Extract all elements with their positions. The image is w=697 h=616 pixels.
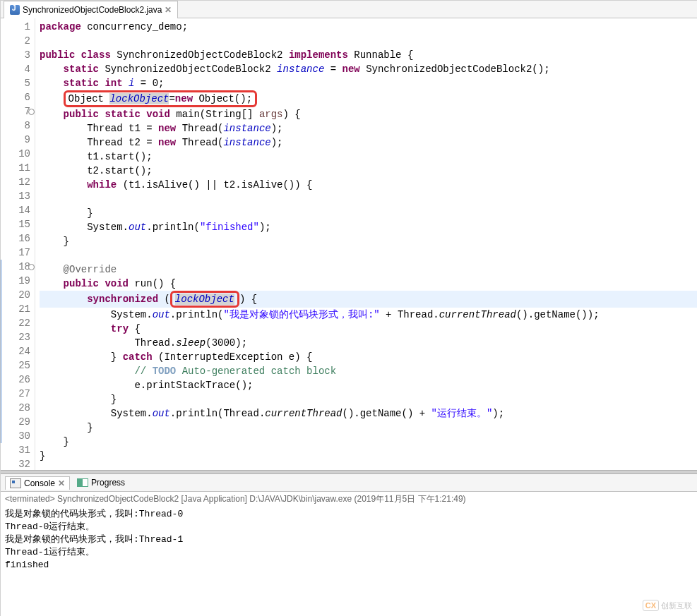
code-line[interactable]: Thread t2 = new Thread(instance); xyxy=(40,135,697,150)
code-line[interactable]: t2.start(); xyxy=(40,164,697,178)
line-number: 16 xyxy=(1,231,30,246)
code-line[interactable]: t1.start(); xyxy=(40,150,697,164)
code-line[interactable]: } xyxy=(40,421,697,435)
line-number: 6 xyxy=(1,90,30,104)
code-line[interactable]: Object lockObject=new Object(); xyxy=(40,90,697,107)
code-line[interactable]: } xyxy=(40,435,697,449)
code-line[interactable]: Thread.sleep(3000); xyxy=(40,336,697,350)
line-number: 15 xyxy=(1,217,30,231)
code-line[interactable]: public static void main(String[] args) { xyxy=(40,107,697,121)
line-number: 7 xyxy=(1,104,30,119)
line-number: 25 xyxy=(1,358,30,373)
line-number: 11 xyxy=(1,161,30,175)
line-number: 20 xyxy=(1,288,30,302)
line-number: 8 xyxy=(1,119,30,133)
line-number: 3 xyxy=(1,48,30,62)
code-line[interactable] xyxy=(40,34,697,48)
code-line[interactable] xyxy=(40,192,697,206)
code-line[interactable]: } xyxy=(40,234,697,248)
code-line[interactable]: // TODO Auto-generated catch block xyxy=(40,364,697,378)
code-line[interactable] xyxy=(40,463,697,470)
code-line[interactable]: while (t1.isAlive() || t2.isAlive()) { xyxy=(40,178,697,192)
code-line[interactable]: } xyxy=(40,392,697,406)
watermark: CX 创新互联 xyxy=(643,600,692,611)
editor-tab-bar: SynchronizedObjectCodeBlock2.java ✕ xyxy=(1,1,697,18)
line-number: 14 xyxy=(1,203,30,217)
close-icon[interactable]: ✕ xyxy=(58,478,65,488)
code-line[interactable] xyxy=(40,248,697,262)
line-number: 26 xyxy=(1,373,30,387)
line-number: 10 xyxy=(1,147,30,161)
line-number: 1 xyxy=(1,20,30,34)
code-line[interactable]: System.out.println("我是对象锁的代码块形式，我叫:" + T… xyxy=(40,308,697,322)
line-number: 30 xyxy=(1,429,30,443)
line-number: 27 xyxy=(1,387,30,401)
code-line[interactable]: } catch (InterruptedException e) { xyxy=(40,350,697,364)
code-line[interactable]: Thread t1 = new Thread(instance); xyxy=(40,121,697,135)
tab-filename: SynchronizedObjectCodeBlock2.java xyxy=(23,5,162,15)
console-icon xyxy=(10,478,21,488)
line-number: 32 xyxy=(1,457,30,470)
code-line[interactable]: package concurrency_demo; xyxy=(40,20,697,34)
code-line[interactable]: System.out.println(Thread.currentThread(… xyxy=(40,406,697,421)
progress-tab[interactable]: Progress xyxy=(77,478,125,488)
line-number: 28 xyxy=(1,401,30,415)
progress-tab-label: Progress xyxy=(91,478,125,488)
line-number: 4 xyxy=(1,62,30,76)
code-line[interactable]: @Override xyxy=(40,262,697,277)
code-line[interactable]: synchronized (lockObject) { xyxy=(40,291,697,308)
line-number: 21 xyxy=(1,302,30,316)
line-number: 13 xyxy=(1,189,30,203)
progress-icon xyxy=(77,478,88,487)
console-process-header: <terminated> SynchronizedObjectCodeBlock… xyxy=(1,492,697,507)
java-file-icon xyxy=(10,5,20,15)
line-number: 24 xyxy=(1,344,30,358)
code-line[interactable]: public void run() { xyxy=(40,277,697,291)
line-number: 5 xyxy=(1,76,30,90)
line-number: 2 xyxy=(1,34,30,48)
line-number: 19 xyxy=(1,274,30,288)
close-icon[interactable]: ✕ xyxy=(165,5,172,15)
code-area[interactable]: package concurrency_demo; public class S… xyxy=(35,18,697,470)
code-editor[interactable]: 1234567891011121314151617181920212223242… xyxy=(1,18,697,470)
line-number-gutter: 1234567891011121314151617181920212223242… xyxy=(1,18,35,470)
console-tab[interactable]: Console ✕ xyxy=(5,476,70,490)
line-number: 22 xyxy=(1,316,30,330)
code-line[interactable]: } xyxy=(40,449,697,463)
code-line[interactable]: static SynchronizedObjectCodeBlock2 inst… xyxy=(40,62,697,76)
console-tab-bar: Console ✕ Progress xyxy=(1,474,697,492)
code-line[interactable]: try { xyxy=(40,322,697,336)
line-number: 31 xyxy=(1,443,30,457)
line-number: 29 xyxy=(1,415,30,429)
console-output[interactable]: 我是对象锁的代码块形式，我叫:Thread-0 Thread-0运行结束。 我是… xyxy=(1,507,697,573)
code-line[interactable]: static int i = 0; xyxy=(40,76,697,90)
line-number: 18 xyxy=(1,260,30,274)
line-number: 12 xyxy=(1,175,30,189)
line-number: 9 xyxy=(1,133,30,147)
code-line[interactable]: public class SynchronizedObjectCodeBlock… xyxy=(40,48,697,62)
line-number: 17 xyxy=(1,246,30,260)
editor-tab[interactable]: SynchronizedObjectCodeBlock2.java ✕ xyxy=(4,1,178,18)
code-line[interactable]: } xyxy=(40,206,697,220)
code-line[interactable]: System.out.println("finished"); xyxy=(40,220,697,234)
console-tab-label: Console xyxy=(24,478,55,488)
code-line[interactable]: e.printStackTrace(); xyxy=(40,378,697,392)
line-number: 23 xyxy=(1,330,30,344)
